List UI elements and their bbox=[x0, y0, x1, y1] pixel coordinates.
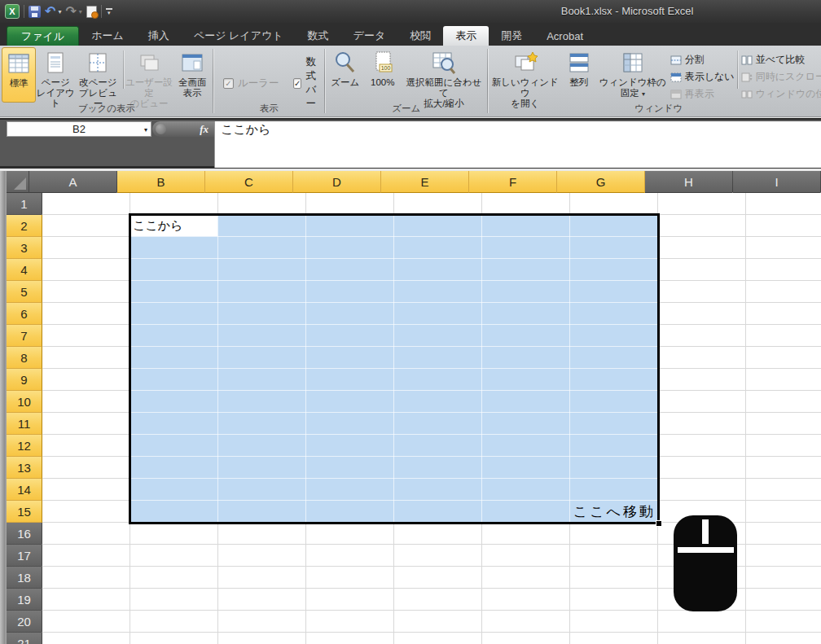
column-header-H[interactable]: H bbox=[645, 171, 733, 193]
cell-F18[interactable] bbox=[482, 567, 570, 589]
cell-G18[interactable] bbox=[570, 567, 658, 589]
cell-B18[interactable] bbox=[130, 567, 218, 589]
cell-D16[interactable] bbox=[306, 523, 394, 545]
select-all-corner[interactable] bbox=[7, 171, 29, 193]
cell-A17[interactable] bbox=[42, 545, 130, 567]
cell-I3[interactable] bbox=[746, 237, 821, 259]
cell-g15-text[interactable]: ここへ移動 bbox=[477, 501, 656, 522]
row-header-8[interactable]: 8 bbox=[7, 347, 42, 369]
cell-I12[interactable] bbox=[746, 435, 821, 457]
cell-I1[interactable] bbox=[746, 193, 821, 215]
zoom-100-button[interactable]: 100 100% bbox=[364, 47, 402, 103]
cell-G20[interactable] bbox=[570, 611, 658, 633]
cell-I11[interactable] bbox=[746, 413, 821, 435]
insert-function-button[interactable]: fx bbox=[152, 121, 214, 137]
row-header-14[interactable]: 14 bbox=[7, 479, 42, 501]
customize-quick-access-icon[interactable]: ▾ bbox=[106, 8, 112, 15]
row-header-21[interactable]: 21 bbox=[7, 633, 42, 644]
cell-E21[interactable] bbox=[394, 633, 482, 644]
cell-E1[interactable] bbox=[394, 193, 482, 215]
cell-H1[interactable] bbox=[658, 193, 746, 215]
row-header-13[interactable]: 13 bbox=[7, 457, 42, 479]
row-header-17[interactable]: 17 bbox=[7, 545, 42, 567]
cell-G1[interactable] bbox=[570, 193, 658, 215]
row-header-11[interactable]: 11 bbox=[7, 413, 42, 435]
cell-G17[interactable] bbox=[570, 545, 658, 567]
cell-A7[interactable] bbox=[42, 325, 130, 347]
cell-D20[interactable] bbox=[306, 611, 394, 633]
cell-F16[interactable] bbox=[482, 523, 570, 545]
cell-H21[interactable] bbox=[658, 633, 746, 644]
cell-A5[interactable] bbox=[42, 281, 130, 303]
cell-H14[interactable] bbox=[658, 479, 746, 501]
row-header-18[interactable]: 18 bbox=[7, 567, 42, 589]
cell-A21[interactable] bbox=[42, 633, 130, 644]
cell-E20[interactable] bbox=[394, 611, 482, 633]
cell-C16[interactable] bbox=[218, 523, 306, 545]
cell-A15[interactable] bbox=[42, 501, 130, 523]
tab-file[interactable]: ファイル bbox=[7, 26, 79, 46]
cell-H11[interactable] bbox=[658, 413, 746, 435]
cell-I8[interactable] bbox=[746, 347, 821, 369]
cell-A9[interactable] bbox=[42, 369, 130, 391]
cell-A16[interactable] bbox=[42, 523, 130, 545]
cell-H6[interactable] bbox=[658, 303, 746, 325]
cell-C21[interactable] bbox=[218, 633, 306, 644]
cell-B20[interactable] bbox=[130, 611, 218, 633]
cell-I18[interactable] bbox=[746, 567, 821, 589]
cell-D18[interactable] bbox=[306, 567, 394, 589]
cell-A3[interactable] bbox=[42, 237, 130, 259]
cell-F19[interactable] bbox=[482, 589, 570, 611]
cell-E18[interactable] bbox=[394, 567, 482, 589]
cell-C1[interactable] bbox=[218, 193, 306, 215]
tab-view[interactable]: 表示 bbox=[443, 26, 489, 46]
cell-I16[interactable] bbox=[746, 523, 821, 545]
freeze-panes-button[interactable]: ウィンドウ枠の 固定 ▾ bbox=[597, 47, 669, 103]
tab-page-layout[interactable]: ページ レイアウト bbox=[182, 26, 296, 46]
cell-B17[interactable] bbox=[130, 545, 218, 567]
page-break-preview-button[interactable]: 改ページ プレビュー bbox=[75, 47, 121, 103]
cell-H5[interactable] bbox=[658, 281, 746, 303]
tab-acrobat[interactable]: Acrobat bbox=[534, 26, 595, 46]
cell-F21[interactable] bbox=[482, 633, 570, 644]
column-header-I[interactable]: I bbox=[733, 171, 821, 193]
cell-H8[interactable] bbox=[658, 347, 746, 369]
cell-D1[interactable] bbox=[306, 193, 394, 215]
cell-H3[interactable] bbox=[658, 237, 746, 259]
column-header-F[interactable]: F bbox=[469, 171, 557, 193]
cell-H13[interactable] bbox=[658, 457, 746, 479]
page-layout-view-button[interactable]: ページ レイアウト bbox=[36, 47, 75, 103]
cell-G21[interactable] bbox=[570, 633, 658, 644]
row-header-15[interactable]: 15 bbox=[7, 501, 42, 523]
arrange-all-button[interactable]: 整列 bbox=[561, 47, 597, 103]
cell-I20[interactable] bbox=[746, 611, 821, 633]
cell-I7[interactable] bbox=[746, 325, 821, 347]
row-header-16[interactable]: 16 bbox=[7, 523, 42, 545]
save-icon[interactable] bbox=[29, 6, 41, 18]
cell-H20[interactable] bbox=[658, 611, 746, 633]
name-box[interactable]: B2 ▾ bbox=[7, 121, 151, 137]
zoom-to-selection-button[interactable]: 選択範囲に合わせて 拡大/縮小 bbox=[402, 47, 486, 103]
cell-A2[interactable] bbox=[42, 215, 130, 237]
cell-F20[interactable] bbox=[482, 611, 570, 633]
cell-I9[interactable] bbox=[746, 369, 821, 391]
cell-I19[interactable] bbox=[746, 589, 821, 611]
cell-A18[interactable] bbox=[42, 567, 130, 589]
cell-A12[interactable] bbox=[42, 435, 130, 457]
column-header-G[interactable]: G bbox=[557, 171, 645, 193]
cell-C20[interactable] bbox=[218, 611, 306, 633]
column-header-B[interactable]: B bbox=[117, 171, 205, 193]
cell-E19[interactable] bbox=[394, 589, 482, 611]
normal-view-button[interactable]: 標準 bbox=[2, 47, 36, 103]
row-header-12[interactable]: 12 bbox=[7, 435, 42, 457]
cell-B16[interactable] bbox=[130, 523, 218, 545]
cell-I6[interactable] bbox=[746, 303, 821, 325]
column-header-E[interactable]: E bbox=[381, 171, 469, 193]
row-header-4[interactable]: 4 bbox=[7, 259, 42, 281]
split-button[interactable]: 分割 bbox=[669, 52, 735, 68]
cell-I5[interactable] bbox=[746, 281, 821, 303]
cell-I15[interactable] bbox=[746, 501, 821, 523]
cell-A11[interactable] bbox=[42, 413, 130, 435]
column-header-C[interactable]: C bbox=[205, 171, 293, 193]
cell-I21[interactable] bbox=[746, 633, 821, 644]
